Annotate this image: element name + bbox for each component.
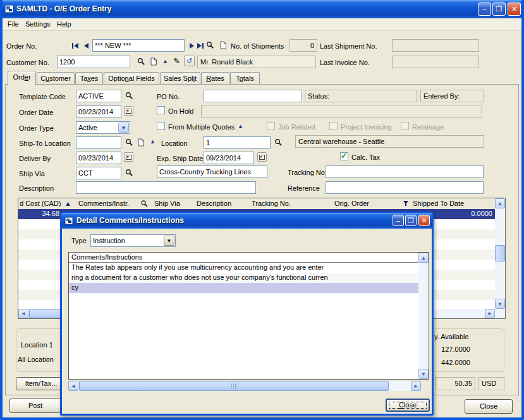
col-description[interactable]: Description [197,200,231,207]
customer-inquiry-button[interactable]: ↺ [184,56,195,66]
edit-pencil-icon: ✎ [173,56,180,66]
modal-maximize-button[interactable]: ❐ [405,215,417,226]
close-window-button[interactable]: ✕ [508,3,521,16]
location-finder-button[interactable] [273,137,284,148]
grid-scroll-up-button[interactable]: ▲ [495,198,505,208]
dropdown-icon[interactable]: ▼ [118,123,129,133]
calc-tax-label: Calc. Tax [351,153,380,162]
tracking-no-input[interactable] [326,165,484,178]
template-finder-button[interactable] [124,90,135,101]
type-select[interactable]: Instruction ▼ [90,234,176,247]
quotes-collapse-button[interactable]: ▲ [235,121,246,132]
modal-scroll-right-button[interactable]: ► [411,381,421,391]
order-date-calendar-button[interactable] [124,106,133,116]
po-no-input[interactable] [204,90,302,102]
close-icon: ✕ [511,5,517,13]
ship-to-new-button[interactable] [135,137,146,148]
first-record-button[interactable] [70,40,80,51]
col-orig-order[interactable]: Orig. Order [334,200,369,207]
prev-record-icon [83,42,89,49]
modal-scroll-left-button[interactable]: ◄ [68,381,78,391]
exp-ship-date-input[interactable]: 09/23/2014 [204,152,254,164]
all-locations-row-label: All Location [18,356,54,364]
modal-minimize-button[interactable]: – [393,215,404,226]
menu-help[interactable]: Help [54,20,74,28]
grid-scroll-left-button[interactable]: ◄ [18,309,28,318]
project-invoicing-checkbox [329,122,338,130]
main-close-button[interactable]: Close [465,399,513,414]
modal-close-button[interactable]: Close [386,399,430,412]
dropdown-icon[interactable]: ▼ [164,236,174,246]
post-button[interactable]: Post [9,399,61,413]
location-input[interactable]: 1 [204,136,271,149]
dialog-icon [64,216,74,225]
last-shipment-value [392,39,479,52]
customer-new-button[interactable] [148,56,159,67]
customer-edit-button[interactable]: ✎ [171,56,182,66]
col-cost[interactable]: d Cost (CAD) [20,200,61,207]
order-type-select[interactable]: Active ▼ [76,121,130,134]
tab-rates[interactable]: Rates [201,72,229,85]
ship-via-finder-button[interactable] [124,167,135,178]
modal-scroll-up-button[interactable]: ▲ [418,253,429,263]
item-tax-button[interactable]: Item/Tax... [16,377,66,390]
order-finder-button[interactable] [205,40,216,51]
reference-label: Reference [288,184,320,193]
modal-hscroll-thumb[interactable] [79,381,389,391]
zoom-up-icon: ▲ [162,59,168,64]
menu-bar: File Settings Help [3,18,521,31]
tab-sales-split[interactable]: Sales Split [160,72,200,85]
modal-close-window-button[interactable]: ✕ [418,215,430,226]
tab-totals[interactable]: Totals [230,72,260,85]
minimize-icon: – [396,217,400,224]
arrow-up-icon: ▲ [497,201,503,207]
order-date-input[interactable]: 09/23/2014 [76,105,121,118]
col-comments[interactable]: Comments/Instr. [78,200,129,207]
tab-order[interactable]: Order [8,71,36,85]
menu-settings[interactable]: Settings [23,20,53,28]
ship-to-finder-button[interactable] [124,137,135,148]
customer-zoom-button[interactable]: ▲ [160,56,171,67]
deliver-by-calendar-button[interactable] [124,152,133,162]
description-input[interactable] [76,181,256,194]
order-no-input[interactable]: *** NEW *** [92,39,185,52]
calendar-icon [259,154,265,160]
maximize-button[interactable]: ❐ [492,3,506,16]
arrow-left-icon: ◄ [71,383,76,389]
comment-row[interactable]: ring a document for a customer who does … [69,273,418,283]
template-code-input[interactable]: ACTIVE [76,90,121,102]
exp-ship-calendar-button[interactable] [257,152,267,162]
col-shipped-to-date[interactable]: Shipped To Date [413,200,464,207]
on-hold-checkbox[interactable] [157,106,165,114]
modal-vscroll-track[interactable] [418,253,429,379]
grid-vscroll-thumb[interactable] [495,245,505,261]
ship-to-location-input[interactable] [76,136,121,149]
prev-record-button[interactable] [80,40,91,51]
ship-via-input[interactable]: CCT [76,167,121,179]
deliver-by-input[interactable]: 09/23/2014 [76,152,121,164]
new-document-icon [150,57,157,66]
modal-scroll-down-button[interactable]: ▼ [418,369,429,379]
ship-to-zoom-button[interactable]: ▲ [147,136,158,147]
last-record-button[interactable] [195,40,205,51]
minimize-button[interactable]: – [478,3,491,16]
col-ship-via[interactable]: Ship Via [154,200,180,207]
grid-scroll-down-button[interactable]: ▼ [495,299,505,309]
col-tracking-no[interactable]: Tracking No. [252,200,291,207]
tab-customer[interactable]: Customer [37,72,75,85]
from-multiple-quotes-checkbox[interactable] [157,122,165,130]
customer-finder-button[interactable] [136,56,147,67]
customer-no-input[interactable]: 1200 [57,56,130,68]
reference-input[interactable] [326,181,484,194]
grid-scroll-right-button[interactable]: ► [485,309,495,318]
comment-row[interactable]: The Rates tab appears only if you use mu… [69,263,418,273]
ship-via-description-input[interactable]: Cross-Country Trucking Lines [157,165,267,178]
tab-optional-fields[interactable]: Optional Fields [104,72,159,85]
tab-taxes[interactable]: Taxes [75,72,103,85]
arrow-left-icon: ◄ [21,311,26,316]
calc-tax-checkbox[interactable]: ✓ [340,152,348,160]
comment-row-selected[interactable]: cy [69,283,418,293]
menu-file[interactable]: File [5,20,21,28]
order-new-button[interactable] [217,40,228,51]
ship-via-label: Ship Via [19,170,45,178]
